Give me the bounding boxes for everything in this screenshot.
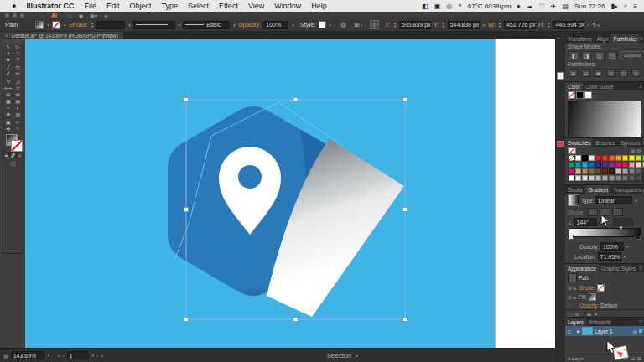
- swatch[interactable]: [595, 162, 601, 168]
- swatch[interactable]: [602, 168, 608, 174]
- status-doc-icon[interactable]: ▤: [3, 353, 8, 359]
- swatch[interactable]: [582, 155, 588, 161]
- zoom-window-button[interactable]: [20, 13, 24, 18]
- stroke-weight-arrow[interactable]: ▾: [128, 23, 131, 28]
- x-stepper[interactable]: ▲▼: [393, 22, 397, 28]
- w-stepper[interactable]: ▲▼: [498, 22, 501, 28]
- layer-row[interactable]: ⊙ ▶ Layer 1 ◎: [565, 326, 644, 336]
- zoom-arrow[interactable]: ▾: [48, 353, 50, 358]
- stroke-weight-stepper[interactable]: ▲▼: [91, 22, 94, 28]
- artboard-tool[interactable]: ▣: [3, 118, 13, 125]
- swatch[interactable]: [575, 162, 581, 168]
- appearance-stroke-row[interactable]: ⊙ ▶ Stroke:: [565, 283, 644, 292]
- gradient-location-field[interactable]: 71.05%: [598, 252, 621, 261]
- minus-front-button[interactable]: ◨: [581, 51, 592, 59]
- menu-view[interactable]: View: [243, 2, 269, 10]
- menu-edit[interactable]: Edit: [101, 2, 125, 10]
- swatch[interactable]: [622, 175, 628, 181]
- minus-back-button[interactable]: ⊔: [631, 69, 641, 77]
- appearance-opacity-row[interactable]: ⊙ Opacity: Default: [565, 302, 644, 309]
- w-field[interactable]: 452.726 px: [504, 21, 536, 29]
- disclosure-icon[interactable]: ▶: [574, 286, 577, 291]
- h-field[interactable]: 446.994 px: [553, 21, 584, 29]
- aspect-ratio-field[interactable]: [613, 218, 633, 226]
- tab-appearance[interactable]: Appearance: [565, 264, 599, 272]
- layer-selection-indicator[interactable]: [639, 329, 642, 333]
- stock-icon[interactable]: ▣: [79, 13, 84, 18]
- selection-tool[interactable]: ↖: [3, 43, 13, 49]
- swatch[interactable]: [629, 168, 635, 174]
- rotate-tool[interactable]: ↻: [3, 77, 13, 84]
- expand-panels-icon[interactable]: «: [557, 35, 559, 40]
- stroke-across-button[interactable]: ◡: [612, 208, 623, 216]
- swatch[interactable]: [589, 168, 595, 174]
- tab-swatches[interactable]: Swatches: [565, 138, 593, 147]
- swatch[interactable]: [629, 155, 635, 161]
- panel-menu-icon[interactable]: ≡: [639, 82, 644, 90]
- swatch[interactable]: [582, 175, 588, 181]
- shield-icon[interactable]: ◧: [422, 3, 428, 10]
- apple-icon[interactable]: ●: [7, 2, 21, 10]
- appearance-fill-swatch[interactable]: [589, 293, 596, 301]
- control-center-icon[interactable]: ≡: [633, 3, 637, 10]
- swatch[interactable]: [602, 175, 608, 181]
- artboard-number-field[interactable]: 1: [67, 351, 89, 359]
- column-graph-tool[interactable]: ▥: [13, 111, 23, 118]
- outline-button[interactable]: ◫: [619, 69, 628, 77]
- swatch[interactable]: [636, 162, 641, 168]
- divide-button[interactable]: ⊞: [569, 69, 578, 77]
- x-field[interactable]: 595.839 px: [399, 21, 431, 29]
- prev-artboard-icon[interactable]: ‹: [63, 353, 65, 358]
- appearance-opacity-label[interactable]: Opacity:: [579, 303, 599, 308]
- minimize-window-button[interactable]: [13, 13, 17, 18]
- line-segment-tool[interactable]: ╱: [3, 64, 13, 70]
- swatch[interactable]: [575, 175, 581, 181]
- fill-swatch[interactable]: [35, 21, 44, 29]
- stroke-within-button[interactable]: ▭: [587, 208, 598, 216]
- eyedropper-tool[interactable]: ✧: [3, 105, 13, 111]
- swatch[interactable]: [595, 175, 601, 181]
- new-stroke-icon[interactable]: ▢: [568, 311, 573, 317]
- artboard[interactable]: [25, 39, 495, 348]
- color-white-swatch[interactable]: [584, 91, 592, 99]
- menu-object[interactable]: Object: [124, 2, 156, 10]
- gradient-opacity-arrow[interactable]: ▾: [626, 244, 629, 249]
- new-layer-icon[interactable]: ⊞: [637, 355, 641, 361]
- appearance-fill-row[interactable]: ⊙ ▶ Fill:: [565, 292, 644, 302]
- close-window-button[interactable]: [5, 13, 9, 18]
- swatch[interactable]: [636, 168, 641, 174]
- y-field[interactable]: 544.836 px: [448, 21, 480, 29]
- airplane-icon[interactable]: ✈: [551, 3, 557, 10]
- swatch[interactable]: [595, 168, 601, 174]
- tab-graphic-styles[interactable]: Graphic Styles: [599, 264, 638, 272]
- layer-thumbnail[interactable]: [582, 327, 593, 335]
- visibility-eye-icon[interactable]: ⊙: [568, 303, 572, 308]
- tab-artboards[interactable]: Artboards: [586, 318, 614, 326]
- tab-stroke[interactable]: Stroke: [565, 185, 585, 194]
- disclosure-icon[interactable]: ▶: [574, 295, 577, 300]
- tab-pathfinder[interactable]: Pathfinder: [610, 34, 640, 43]
- opacity-arrow[interactable]: ▾: [292, 23, 294, 28]
- swatch[interactable]: [589, 162, 595, 168]
- pencil-tool[interactable]: ✏: [13, 70, 23, 77]
- collapsed-panel-icon[interactable]: [557, 72, 564, 80]
- swatch[interactable]: [622, 168, 628, 174]
- swatch[interactable]: [569, 162, 574, 168]
- swatch[interactable]: [602, 162, 608, 168]
- tab-color-guide[interactable]: Color Guide: [583, 82, 616, 90]
- menu-window[interactable]: Window: [269, 2, 306, 10]
- swatch[interactable]: [622, 162, 628, 168]
- stroke-swatch[interactable]: [52, 21, 60, 29]
- gradient-slider[interactable]: [569, 228, 641, 237]
- color-spectrum-ramp[interactable]: [568, 101, 641, 137]
- temp-fan-readout[interactable]: 67°C 6038rpm: [468, 3, 512, 10]
- rotate-icon[interactable]: ↻▾: [592, 22, 600, 28]
- collapsed-swatch-icon[interactable]: [557, 141, 564, 147]
- swatch[interactable]: [569, 175, 574, 181]
- draw-normal-mode[interactable]: ▰: [3, 152, 9, 158]
- tab-color[interactable]: Color: [565, 82, 583, 90]
- status-menu-icon[interactable]: ▸: [356, 353, 359, 358]
- layer-name[interactable]: Layer 1: [595, 328, 613, 334]
- gradient-type-arrow[interactable]: ▾: [635, 198, 637, 203]
- swatch[interactable]: [575, 155, 581, 161]
